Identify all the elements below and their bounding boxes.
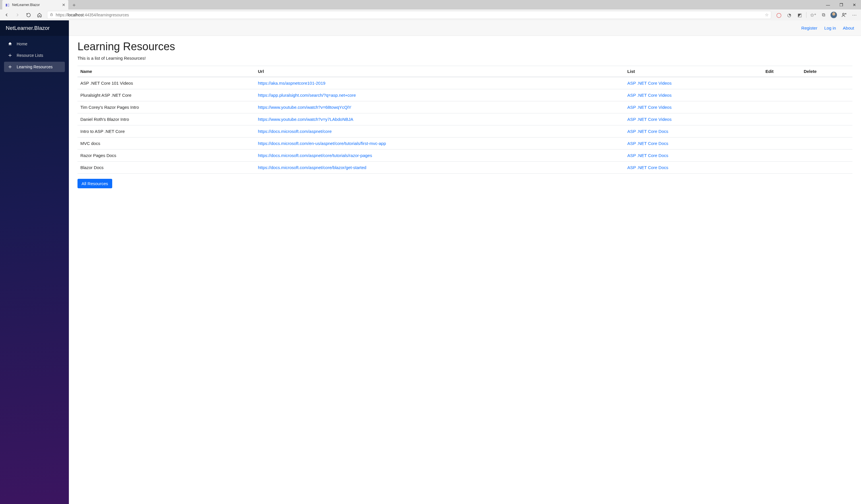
lock-icon <box>50 13 53 17</box>
sidebar-item-home[interactable]: Home <box>4 39 65 49</box>
browser-tab[interactable]: ▮▯ NetLearner.Blazor ✕ <box>2 0 68 10</box>
profile-avatar[interactable] <box>829 10 838 20</box>
cell-edit <box>763 125 801 137</box>
col-url: Url <box>255 66 625 77</box>
table-row: Blazor Docshttps://docs.microsoft.com/as… <box>78 162 852 174</box>
resource-list-link[interactable]: ASP .NET Core Videos <box>627 93 672 98</box>
login-link[interactable]: Log in <box>824 26 836 30</box>
resource-list-link[interactable]: ASP .NET Core Docs <box>627 153 668 158</box>
resource-url-link[interactable]: https://docs.microsoft.com/aspnet/core <box>258 129 332 134</box>
resource-list-link[interactable]: ASP .NET Core Videos <box>627 105 672 110</box>
extension-generic-icon[interactable]: ◔ <box>784 10 794 20</box>
plus-icon <box>8 65 13 69</box>
cell-delete <box>801 150 852 162</box>
cell-delete <box>801 113 852 125</box>
cell-delete <box>801 137 852 150</box>
cell-delete <box>801 89 852 101</box>
table-row: Daniel Roth's Blazor Introhttps://www.yo… <box>78 113 852 125</box>
cell-list: ASP .NET Core Videos <box>625 89 763 101</box>
cell-url: https://aka.ms/aspnetcore101-2019 <box>255 77 625 89</box>
sidebar-item-learning-resources[interactable]: Learning Resources <box>4 62 65 72</box>
resource-list-link[interactable]: ASP .NET Core Docs <box>627 165 668 170</box>
cell-list: ASP .NET Core Docs <box>625 162 763 174</box>
favorites-icon[interactable]: ✩⁺ <box>808 10 818 20</box>
resource-url-link[interactable]: https://docs.microsoft.com/aspnet/core/b… <box>258 165 367 170</box>
page-title: Learning Resources <box>78 40 852 53</box>
page-subtitle: This is a list of Learning Resources! <box>78 56 852 60</box>
cell-edit <box>763 101 801 113</box>
sidebar-item-resource-lists[interactable]: Resource Lists <box>4 50 65 60</box>
extension-person-icon[interactable] <box>839 10 849 20</box>
resource-url-link[interactable]: https://www.youtube.com/watch?v=y7LAbdoN… <box>258 117 353 122</box>
resource-list-link[interactable]: ASP .NET Core Docs <box>627 129 668 134</box>
extension-adblock-icon[interactable]: ◯ <box>774 10 784 20</box>
address-bar-row: https://localhost:44354/learningresource… <box>0 10 861 21</box>
table-row: Razor Pages Docshttps://docs.microsoft.c… <box>78 150 852 162</box>
col-list: List <box>625 66 763 77</box>
sidebar-item-label: Home <box>17 42 27 46</box>
address-bar[interactable]: https://localhost:44354/learningresource… <box>47 11 771 19</box>
table-row: Tim Corey's Razor Pages Introhttps://www… <box>78 101 852 113</box>
refresh-button[interactable] <box>24 10 33 20</box>
close-window-icon[interactable]: ✕ <box>848 0 861 10</box>
cell-url: https://docs.microsoft.com/aspnet/core <box>255 125 625 137</box>
brand-title[interactable]: NetLearner.Blazor <box>0 21 69 36</box>
cell-list: ASP .NET Core Docs <box>625 125 763 137</box>
register-link[interactable]: Register <box>801 26 817 30</box>
cell-edit <box>763 89 801 101</box>
plus-icon <box>8 53 13 58</box>
cell-delete <box>801 162 852 174</box>
table-header-row: Name Url List Edit Delete <box>78 66 852 77</box>
toolbar-icons: ◯ ◔ ◩ ✩⁺ ⧉ ⋯ <box>774 10 859 20</box>
close-tab-icon[interactable]: ✕ <box>62 3 66 7</box>
home-icon <box>8 42 13 46</box>
window-controls: — ❐ ✕ <box>821 0 861 10</box>
col-delete: Delete <box>801 66 852 77</box>
maximize-icon[interactable]: ❐ <box>835 0 848 10</box>
browser-chrome: ▮▯ NetLearner.Blazor ✕ ＋ — ❐ ✕ htt <box>0 0 861 21</box>
cell-name: Intro to ASP .NET Core <box>78 125 255 137</box>
cell-name: MVC docs <box>78 137 255 150</box>
url-text: https://localhost:44354/learningresource… <box>56 13 129 17</box>
cell-edit <box>763 77 801 89</box>
cell-name: Pluralsight ASP .NET Core <box>78 89 255 101</box>
back-button[interactable] <box>2 10 12 20</box>
cell-list: ASP .NET Core Videos <box>625 113 763 125</box>
svg-point-1 <box>843 13 844 15</box>
new-tab-button[interactable]: ＋ <box>70 1 78 9</box>
resource-list-link[interactable]: ASP .NET Core Videos <box>627 81 672 85</box>
content: Learning Resources This is a list of Lea… <box>69 36 861 197</box>
favorite-star-icon[interactable]: ☆ <box>765 12 769 17</box>
cell-edit <box>763 162 801 174</box>
cell-url: https://docs.microsoft.com/en-us/aspnet/… <box>255 137 625 150</box>
svg-rect-0 <box>51 14 53 16</box>
tab-strip: ▮▯ NetLearner.Blazor ✕ ＋ — ❐ ✕ <box>0 0 861 10</box>
cell-name: Blazor Docs <box>78 162 255 174</box>
reading-pane-icon[interactable]: ◩ <box>795 10 805 20</box>
collections-icon[interactable]: ⧉ <box>819 10 828 20</box>
resource-list-link[interactable]: ASP .NET Core Videos <box>627 117 672 122</box>
resource-url-link[interactable]: https://www.youtube.com/watch?v=68towqYc… <box>258 105 352 110</box>
about-link[interactable]: About <box>843 26 854 30</box>
cell-list: ASP .NET Core Docs <box>625 150 763 162</box>
cell-name: ASP .NET Core 101 Videos <box>78 77 255 89</box>
resource-url-link[interactable]: https://docs.microsoft.com/aspnet/core/t… <box>258 153 372 158</box>
cell-list: ASP .NET Core Videos <box>625 101 763 113</box>
main: Register Log in About Learning Resources… <box>69 21 861 504</box>
cell-name: Daniel Roth's Blazor Intro <box>78 113 255 125</box>
cell-delete <box>801 77 852 89</box>
resource-list-link[interactable]: ASP .NET Core Docs <box>627 141 668 146</box>
cell-edit <box>763 137 801 150</box>
sidebar-item-label: Resource Lists <box>17 53 43 58</box>
minimize-icon[interactable]: — <box>821 0 835 10</box>
resource-url-link[interactable]: https://app.pluralsight.com/search/?q=as… <box>258 93 356 98</box>
resource-url-link[interactable]: https://aka.ms/aspnetcore101-2019 <box>258 81 326 85</box>
resource-url-link[interactable]: https://docs.microsoft.com/en-us/aspnet/… <box>258 141 386 146</box>
all-resources-button[interactable]: All Resources <box>78 179 112 188</box>
cell-name: Razor Pages Docs <box>78 150 255 162</box>
cell-url: https://app.pluralsight.com/search/?q=as… <box>255 89 625 101</box>
cell-url: https://docs.microsoft.com/aspnet/core/t… <box>255 150 625 162</box>
more-menu-icon[interactable]: ⋯ <box>849 10 859 20</box>
home-button[interactable] <box>35 10 44 20</box>
col-name: Name <box>78 66 255 77</box>
